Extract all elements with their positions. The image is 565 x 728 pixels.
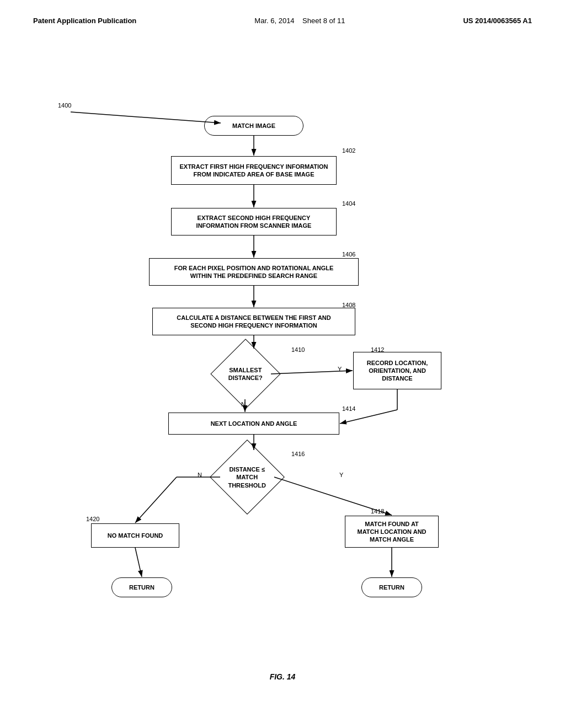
patent-page: Patent Application Publication Mar. 6, 2…	[0, 0, 565, 728]
node-return-left: RETURN	[111, 577, 172, 597]
label-y-1416: Y	[339, 472, 343, 478]
label-n-1410: N	[241, 401, 246, 408]
header-left: Patent Application Publication	[33, 17, 136, 25]
node-1414: NEXT LOCATION AND ANGLE	[168, 413, 339, 435]
label-1406: 1406	[342, 251, 355, 258]
label-1418: 1418	[371, 508, 384, 515]
diagram-label: 1400	[58, 102, 71, 109]
label-1416: 1416	[291, 451, 305, 457]
figure-caption: FIG. 14	[0, 672, 565, 681]
label-1402: 1402	[342, 147, 355, 154]
node-1418: MATCH FOUND AT MATCH LOCATION AND MATCH …	[345, 516, 439, 548]
label-1404: 1404	[342, 200, 355, 207]
svg-line-13	[135, 477, 177, 523]
node-1416: DISTANCE ≤ MATCH THRESHOLD	[210, 440, 285, 515]
svg-line-1	[71, 112, 221, 123]
node-return-right: RETURN	[361, 577, 422, 597]
node-1406: FOR EACH PIXEL POSITION AND ROTATIONAL A…	[149, 258, 359, 286]
label-1410: 1410	[291, 346, 305, 353]
node-1412: RECORD LOCATION, ORIENTATION, AND DISTAN…	[353, 352, 441, 389]
node-1402: EXTRACT FIRST HIGH FREQUENCY INFORMATION…	[171, 156, 337, 185]
header-center: Mar. 6, 2014 Sheet 8 of 11	[254, 17, 345, 25]
label-1414: 1414	[342, 405, 355, 412]
label-n-1416: N	[198, 472, 202, 478]
label-1420: 1420	[86, 516, 99, 522]
label-y-1410: Y	[338, 366, 342, 372]
header-date: Mar. 6, 2014	[254, 17, 294, 25]
svg-line-15	[135, 548, 142, 577]
page-header: Patent Application Publication Mar. 6, 2…	[0, 0, 565, 25]
header-sheet: Sheet 8 of 11	[302, 17, 345, 25]
node-match-image: MATCH IMAGE	[204, 116, 303, 136]
node-1404: EXTRACT SECOND HIGH FREQUENCY INFORMATIO…	[171, 208, 337, 235]
node-1420: NO MATCH FOUND	[91, 523, 179, 548]
node-1410: SMALLEST DISTANCE?	[210, 339, 280, 409]
header-right: US 2014/0063565 A1	[463, 17, 532, 25]
node-1408: CALCULATE A DISTANCE BETWEEN THE FIRST A…	[152, 308, 355, 335]
flowchart-area: 1400 MATCH IMAGE 1402 EXTRACT FIRST HIGH…	[0, 30, 565, 692]
